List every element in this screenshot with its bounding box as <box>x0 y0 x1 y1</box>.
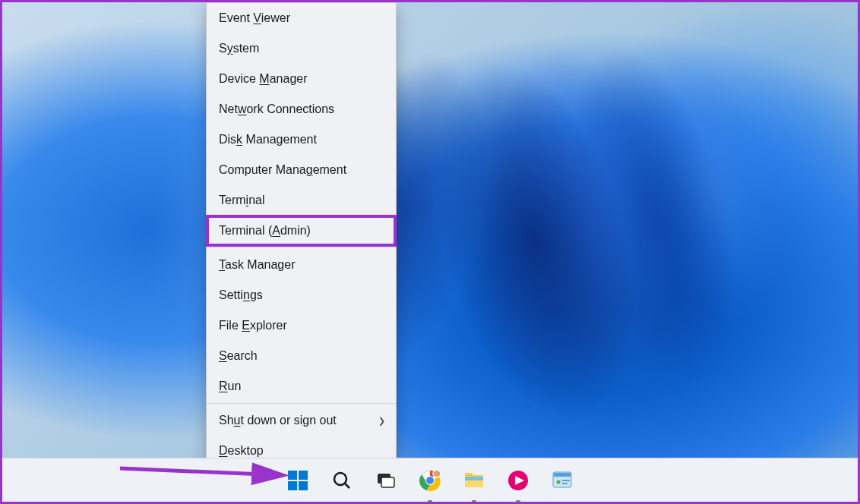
svg-point-11 <box>433 470 441 477</box>
menu-item-shut-down-or-sign-out[interactable]: Shut down or sign out❯ <box>207 405 396 436</box>
menu-item-label: Run <box>219 380 241 393</box>
menu-item-terminal-admin[interactable]: Terminal (Admin) <box>207 216 396 246</box>
file-explorer-icon <box>463 470 485 491</box>
menu-item-label: Search <box>219 349 258 363</box>
menu-item-label: Disk Management <box>219 133 317 146</box>
menu-item-label: Network Connections <box>219 102 334 116</box>
svg-rect-17 <box>554 473 571 477</box>
taskbar <box>2 458 858 502</box>
taskbar-app-control-panel[interactable] <box>545 463 580 498</box>
menu-item-label: System <box>219 42 259 55</box>
menu-item-label: File Explorer <box>219 319 287 332</box>
menu-item-label: Computer Management <box>219 163 346 177</box>
menu-item-settings[interactable]: Settings <box>207 280 396 310</box>
svg-line-5 <box>345 484 349 488</box>
svg-rect-7 <box>381 477 394 487</box>
search-button[interactable] <box>324 463 359 498</box>
menu-item-system[interactable]: System <box>207 33 396 64</box>
menu-item-file-explorer[interactable]: File Explorer <box>207 310 396 341</box>
svg-point-10 <box>426 477 434 484</box>
svg-rect-2 <box>288 481 297 490</box>
menu-item-label: Event Viewer <box>219 11 290 25</box>
menu-item-search[interactable]: Search <box>207 341 396 371</box>
menu-item-label: Device Manager <box>219 72 308 86</box>
menu-separator <box>207 403 396 404</box>
svg-rect-0 <box>288 471 297 480</box>
menu-item-terminal[interactable]: Terminal <box>207 185 396 216</box>
menu-item-label: Task Manager <box>219 258 296 272</box>
menu-item-event-viewer[interactable]: Event Viewer <box>207 3 396 33</box>
svg-point-4 <box>334 473 346 485</box>
control-panel-icon <box>552 470 573 491</box>
menu-item-device-manager[interactable]: Device Manager <box>207 64 396 94</box>
svg-rect-20 <box>562 483 568 484</box>
desktop-wallpaper <box>2 2 858 502</box>
menu-item-label: Desktop <box>219 444 264 458</box>
menu-item-computer-management[interactable]: Computer Management <box>207 155 396 185</box>
menu-item-run[interactable]: Run <box>207 371 396 402</box>
windows-logo-icon <box>288 471 308 490</box>
taskbar-app-file-explorer[interactable] <box>457 463 492 498</box>
screenpresso-icon <box>507 470 529 491</box>
winx-context-menu: Event ViewerSystemDevice ManagerNetwork … <box>206 2 397 467</box>
svg-rect-13 <box>465 477 483 480</box>
menu-item-label: Terminal <box>219 194 264 207</box>
svg-point-18 <box>557 480 561 484</box>
taskbar-app-chrome[interactable] <box>413 463 447 498</box>
menu-item-label: Terminal (Admin) <box>219 224 311 238</box>
menu-item-label: Settings <box>219 288 263 302</box>
menu-item-task-manager[interactable]: Task Manager <box>207 250 396 280</box>
chevron-right-icon: ❯ <box>378 416 385 426</box>
menu-separator <box>207 247 396 248</box>
taskbar-app-screenpresso[interactable] <box>501 463 536 498</box>
svg-rect-3 <box>299 481 308 490</box>
svg-rect-19 <box>562 480 570 481</box>
menu-item-network-connections[interactable]: Network Connections <box>207 94 396 124</box>
menu-item-disk-management[interactable]: Disk Management <box>207 124 396 155</box>
menu-item-label: Shut down or sign out <box>219 414 337 427</box>
search-icon <box>332 471 352 490</box>
task-view-icon <box>376 471 396 490</box>
start-button[interactable] <box>280 463 315 498</box>
task-view-button[interactable] <box>368 463 403 498</box>
svg-rect-1 <box>299 471 308 480</box>
chrome-icon <box>419 470 441 491</box>
